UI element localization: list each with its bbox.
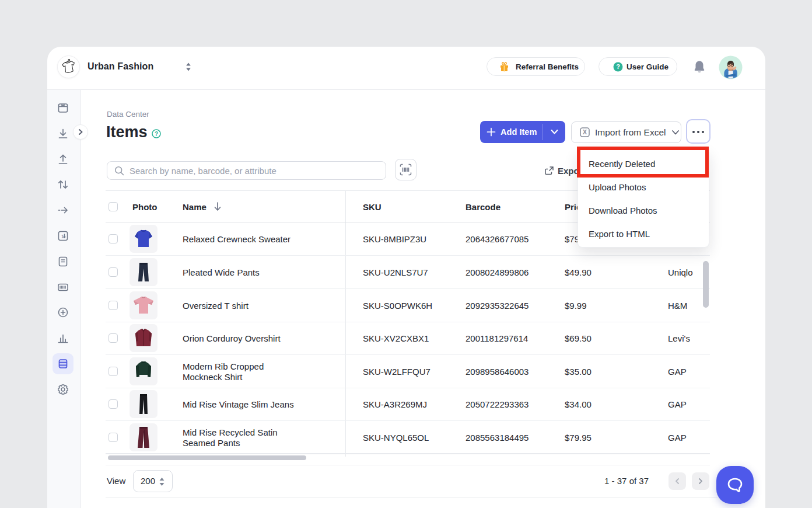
- svg-text:?: ?: [155, 131, 158, 137]
- svg-text:X: X: [583, 128, 587, 135]
- svg-text:1: 1: [61, 234, 64, 239]
- svg-text:?: ?: [616, 63, 620, 70]
